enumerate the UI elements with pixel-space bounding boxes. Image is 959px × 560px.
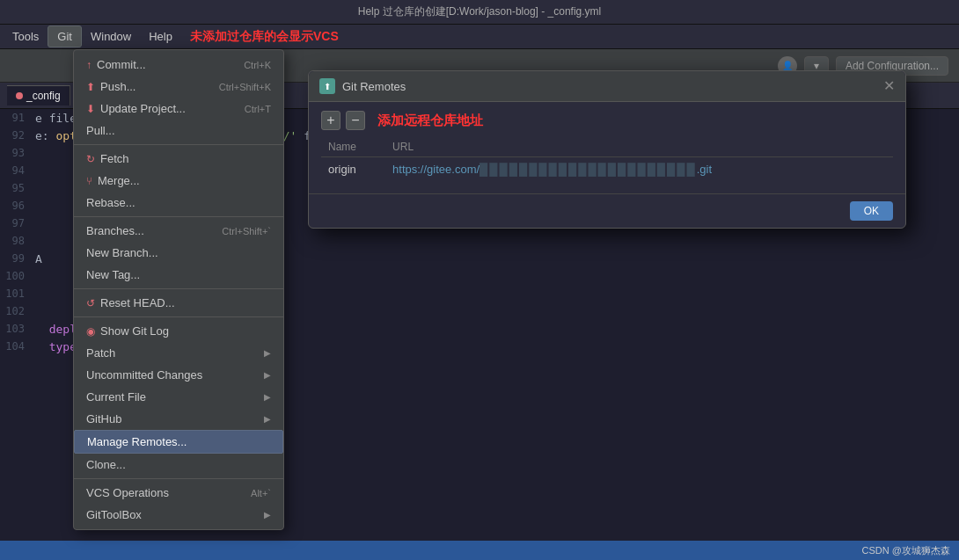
menu-git[interactable]: Git <box>48 25 82 47</box>
dialog-title-text: Git Remotes <box>342 80 406 93</box>
menu-bar: Tools Git Window Help 未添加过仓库的会显示VCS <box>0 25 959 49</box>
remote-url: https://gitee.com/██████████████████████… <box>385 157 893 182</box>
title-bar: Help 过仓库的创建[D:Work/jason-blog] - _config… <box>0 0 959 25</box>
dialog-footer: OK <box>309 193 905 228</box>
sep-4 <box>74 316 283 317</box>
menu-help[interactable]: Help <box>140 26 181 47</box>
git-merge[interactable]: ⑂Merge... <box>74 170 283 192</box>
sep-1 <box>74 144 283 145</box>
remote-name: origin <box>321 157 385 182</box>
git-clone[interactable]: Clone... <box>74 454 283 476</box>
menu-window[interactable]: Window <box>82 26 140 47</box>
git-reset-head[interactable]: ↺Reset HEAD... <box>74 292 283 314</box>
git-current-file[interactable]: Current File ▶ <box>74 386 283 408</box>
file-tab-label: _config <box>26 90 61 102</box>
col-name: Name <box>321 137 385 157</box>
git-show-log[interactable]: ◉Show Git Log <box>74 320 283 342</box>
sep-3 <box>74 288 283 289</box>
git-new-tag[interactable]: New Tag... <box>74 264 283 286</box>
git-update-project[interactable]: ⬇Update Project... Ctrl+T <box>74 98 283 120</box>
git-gittoolbox[interactable]: GitToolBox ▶ <box>74 504 283 526</box>
menu-tools[interactable]: Tools <box>4 26 48 47</box>
file-tab-item[interactable]: _config <box>7 85 70 105</box>
bottom-bar: CSDN @攻城狮杰森 <box>0 541 959 560</box>
ok-btn[interactable]: OK <box>850 201 893 221</box>
git-vcs-operations[interactable]: VCS Operations Alt+` <box>74 482 283 504</box>
git-branches[interactable]: Branches... Ctrl+Shift+` <box>74 220 283 242</box>
git-uncommitted-changes[interactable]: Uncommitted Changes ▶ <box>74 364 283 386</box>
git-dropdown-menu: ↑Commit... Ctrl+K ⬆Push... Ctrl+Shift+K … <box>73 49 284 530</box>
git-pull[interactable]: Pull... <box>74 120 283 142</box>
git-github[interactable]: GitHub ▶ <box>74 408 283 430</box>
remote-row-origin[interactable]: origin https://gitee.com/███████████████… <box>321 157 893 182</box>
sep-2 <box>74 216 283 217</box>
title-text: Help 过仓库的创建[D:Work/jason-blog] - _config… <box>358 4 602 19</box>
dialog-toolbar: + − 添加远程仓库地址 <box>321 111 893 130</box>
bottom-bar-text: CSDN @攻城狮杰森 <box>862 544 950 557</box>
remotes-table: Name URL origin https://gitee.com/██████… <box>321 137 893 181</box>
dialog-body: + − 添加远程仓库地址 Name URL origin https://git… <box>309 102 905 190</box>
git-new-branch[interactable]: New Branch... <box>74 242 283 264</box>
sep-5 <box>74 478 283 479</box>
git-commit[interactable]: ↑Commit... Ctrl+K <box>74 54 283 76</box>
git-push[interactable]: ⬆Push... Ctrl+Shift+K <box>74 76 283 98</box>
git-fetch[interactable]: ↻Fetch <box>74 148 283 170</box>
dialog-git-icon: ⬆ <box>319 78 335 94</box>
dialog-title-bar: ⬆ Git Remotes ✕ <box>309 71 905 102</box>
git-remotes-dialog: ⬆ Git Remotes ✕ + − 添加远程仓库地址 Name URL or… <box>308 70 906 229</box>
col-url: URL <box>385 137 893 157</box>
git-manage-remotes[interactable]: Manage Remotes... <box>74 430 283 454</box>
modified-dot <box>16 92 23 99</box>
add-remote-btn[interactable]: + <box>321 111 340 130</box>
git-patch[interactable]: Patch ▶ <box>74 342 283 364</box>
dialog-close-btn[interactable]: ✕ <box>883 79 895 93</box>
annotation-title: 未添加过仓库的会显示VCS <box>190 29 339 45</box>
git-rebase[interactable]: Rebase... <box>74 192 283 214</box>
remove-remote-btn[interactable]: − <box>346 111 365 130</box>
annotation-add-remote: 添加远程仓库地址 <box>377 113 483 129</box>
